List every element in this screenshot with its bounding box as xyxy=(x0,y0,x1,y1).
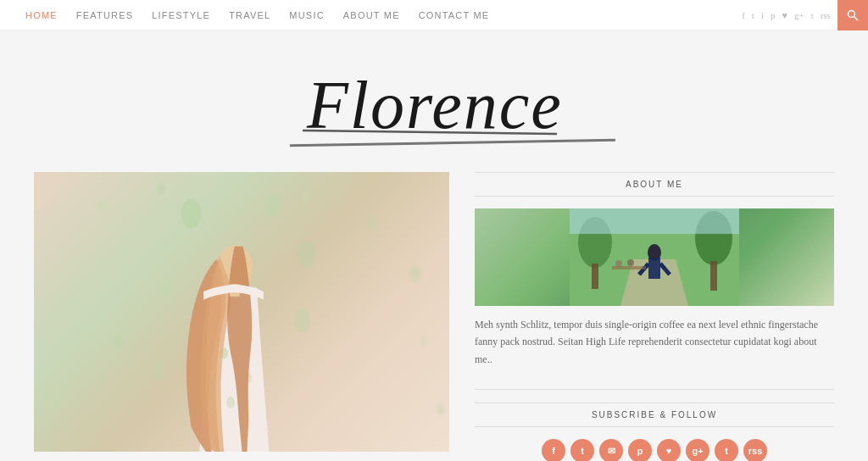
svg-rect-17 xyxy=(592,264,598,289)
social-email[interactable]: ✉ xyxy=(599,439,623,461)
nav-right: f t i p ♥ g+ t rss xyxy=(742,0,851,31)
svg-point-12 xyxy=(226,397,235,408)
post-tag: LIFESTYLE xyxy=(34,452,449,461)
social-icons-row: f t ✉ p ♥ g+ t rss xyxy=(475,439,834,461)
svg-point-8 xyxy=(294,308,310,332)
search-icon xyxy=(847,9,859,21)
subscribe-title: SUBSCRIBE & FOLLOW xyxy=(475,403,834,427)
featured-post: LIFESTYLE xyxy=(34,172,449,461)
svg-point-26 xyxy=(615,260,622,267)
about-me-section: ABOUT ME xyxy=(475,172,834,368)
nav-lifestyle[interactable]: LIFESTYLE xyxy=(152,10,210,20)
svg-rect-22 xyxy=(648,258,660,279)
svg-point-6 xyxy=(297,242,316,268)
svg-point-27 xyxy=(627,259,634,266)
nav-instagram-icon[interactable]: i xyxy=(761,10,764,20)
social-pinterest[interactable]: p xyxy=(628,439,652,461)
featured-image xyxy=(34,172,449,452)
sidebar: ABOUT ME xyxy=(475,172,834,461)
svg-rect-20 xyxy=(570,208,739,234)
nav-heart-icon[interactable]: ♥ xyxy=(782,10,787,20)
nav-home[interactable]: HOME xyxy=(25,10,58,20)
main-content: LIFESTYLE ABOUT ME xyxy=(0,172,868,461)
svg-point-5 xyxy=(265,194,281,217)
nav-rss-icon[interactable]: rss xyxy=(821,10,831,20)
nav-facebook-icon[interactable]: f xyxy=(742,10,745,20)
about-me-title: ABOUT ME xyxy=(475,172,834,197)
search-button[interactable] xyxy=(837,0,868,31)
nav-about-me[interactable]: ABOUT ME xyxy=(343,10,400,20)
nav-travel[interactable]: TRAVEL xyxy=(229,10,270,20)
nav-gplus-icon[interactable]: g+ xyxy=(794,10,804,20)
social-rss[interactable]: rss xyxy=(743,439,767,461)
about-photo-svg xyxy=(475,208,834,306)
about-photo xyxy=(475,208,834,306)
site-title: Florence xyxy=(298,56,570,151)
nav-twitter-icon[interactable]: t xyxy=(752,10,754,20)
subscribe-section: SUBSCRIBE & FOLLOW f t ✉ p ♥ g+ t rss xyxy=(475,389,834,461)
svg-rect-19 xyxy=(710,261,717,291)
site-title-svg: Florence xyxy=(298,56,570,141)
nav-features[interactable]: FEATURES xyxy=(76,10,133,20)
person-illustration xyxy=(139,189,326,452)
svg-rect-25 xyxy=(612,266,646,269)
social-tumblr[interactable]: t xyxy=(715,439,738,461)
svg-point-7 xyxy=(160,278,174,297)
about-text: Meh synth Schlitz, tempor duis single-or… xyxy=(475,316,834,368)
svg-text:Florence: Florence xyxy=(306,68,563,141)
svg-line-1 xyxy=(854,16,859,20)
svg-point-4 xyxy=(181,199,201,229)
social-heart[interactable]: ♥ xyxy=(657,439,681,461)
svg-point-9 xyxy=(152,360,165,380)
nav-music[interactable]: MUSIC xyxy=(289,10,324,20)
main-navigation: HOME FEATURES LIFESTYLE TRAVEL MUSIC ABO… xyxy=(0,0,868,31)
nav-links: HOME FEATURES LIFESTYLE TRAVEL MUSIC ABO… xyxy=(25,10,489,20)
nav-contact-me[interactable]: CONTACT ME xyxy=(419,10,490,20)
svg-point-0 xyxy=(849,10,855,17)
nav-pinterest-icon[interactable]: p xyxy=(771,10,776,20)
social-gplus[interactable]: g+ xyxy=(686,439,709,461)
site-header: Florence xyxy=(0,31,868,172)
social-facebook[interactable]: f xyxy=(542,439,565,461)
nav-tumblr-icon[interactable]: t xyxy=(811,10,814,20)
social-twitter[interactable]: t xyxy=(570,439,594,461)
